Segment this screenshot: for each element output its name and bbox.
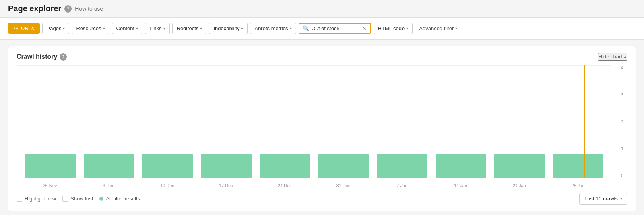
bar-group [431,154,490,178]
toolbar: All URLs Pages ▾ Resources ▾ Content ▾ L… [0,18,644,40]
chevron-down-icon: ▾ [455,26,457,31]
last-crawls-button[interactable]: Last 10 crawls ▾ [579,193,627,205]
redirects-filter-button[interactable]: Redirects ▾ [172,23,207,34]
x-label-2: 10 Dec [138,182,197,188]
chevron-down-icon: ▾ [136,26,138,31]
x-label-0: 26 Nov [21,182,79,188]
y-label-4: 4 [621,65,623,70]
bar-group [490,154,549,178]
bar-31-dec [318,154,369,178]
chart-wrapper: 4 3 2 1 0 26 Nov3 Dec10 Dec17 Dec24 Dec3… [17,65,611,188]
chevron-down-icon: ▾ [406,26,408,31]
y-axis-labels: 4 3 2 1 0 [621,65,623,178]
search-container: 🔍 ✕ [299,23,371,34]
content-filter-button[interactable]: Content ▾ [112,23,143,34]
crawl-history-help-icon[interactable]: ? [60,53,67,61]
clear-icon[interactable]: ✕ [362,25,367,31]
chevron-down-icon: ▾ [620,196,622,201]
y-label-3: 3 [621,92,623,97]
bar-group [256,154,314,178]
all-filter-results-legend: All filter results [99,196,140,202]
main-content: Crawl history ? Hide chart ▴ 4 [8,46,636,211]
bar-28-jan [553,154,603,178]
chevron-down-icon: ▾ [63,26,65,31]
header-bar: Page explorer ? How to use [0,0,644,18]
html-code-button[interactable]: HTML code ▾ [374,23,413,34]
x-label-4: 24 Dec [255,182,314,188]
x-label-3: 17 Dec [196,182,255,188]
bar-10-dec [142,154,193,178]
bar-17-dec [201,154,252,178]
all-urls-button[interactable]: All URLs [8,23,40,34]
chart-area: 4 3 2 1 0 [17,65,611,178]
chart-header: Crawl history ? Hide chart ▴ [17,53,627,61]
show-lost-legend: Show lost [62,196,93,202]
show-lost-checkbox[interactable] [62,196,68,202]
y-label-2: 2 [621,119,623,124]
x-label-5: 31 Dec [314,182,373,188]
ahrefs-metrics-filter-button[interactable]: Ahrefs metrics ▾ [250,23,296,34]
bar-3-dec [84,154,134,178]
resources-filter-button[interactable]: Resources ▾ [72,23,109,34]
chevron-up-icon: ▴ [624,54,627,60]
advanced-filter-button[interactable]: Advanced filter ▾ [415,23,461,34]
how-to-use-link[interactable]: How to use [75,6,103,12]
bar-26-nov [25,154,76,178]
bar-group [314,154,373,178]
indexability-filter-button[interactable]: Indexability ▾ [209,23,248,34]
y-label-0: 0 [621,173,623,178]
x-label-7: 14 Jan [431,182,490,188]
crawl-history-title: Crawl history ? [17,53,67,61]
x-label-9: 28 Jan [549,182,607,188]
pages-filter-button[interactable]: Pages ▾ [42,23,70,34]
bars-container [17,65,611,178]
chevron-down-icon: ▾ [200,26,202,31]
search-input[interactable] [312,25,360,31]
bar-group [21,154,80,178]
page-title: Page explorer [8,4,61,13]
bar-7-jan [377,154,427,178]
x-label-6: 7 Jan [373,182,431,188]
bar-group [138,154,197,178]
search-icon: 🔍 [303,25,309,31]
bar-group [197,154,256,178]
help-icon[interactable]: ? [64,5,72,13]
bar-group [80,154,138,178]
x-label-8: 21 Jan [490,182,549,188]
chevron-down-icon: ▾ [103,26,105,31]
x-axis-labels: 26 Nov3 Dec10 Dec17 Dec24 Dec31 Dec7 Jan… [17,182,611,188]
current-crawl-line [584,65,585,178]
highlight-new-legend: Highlight new [17,196,56,202]
bar-24-dec [260,154,310,178]
all-filter-results-dot [99,197,103,201]
hide-chart-button[interactable]: Hide chart ▴ [598,53,627,61]
bar-group [373,154,431,178]
bar-group [549,154,607,178]
links-filter-button[interactable]: Links ▾ [145,23,169,34]
y-label-1: 1 [621,146,623,151]
bar-21-jan [494,154,545,178]
bar-14-jan [436,154,486,178]
chevron-down-icon: ▾ [241,26,243,31]
chart-footer: Highlight new Show lost All filter resul… [17,193,627,205]
legend: Highlight new Show lost All filter resul… [17,196,140,202]
highlight-new-checkbox[interactable] [17,196,22,202]
chevron-down-icon: ▾ [290,26,292,31]
chevron-down-icon: ▾ [163,26,165,31]
x-label-1: 3 Dec [79,182,138,188]
